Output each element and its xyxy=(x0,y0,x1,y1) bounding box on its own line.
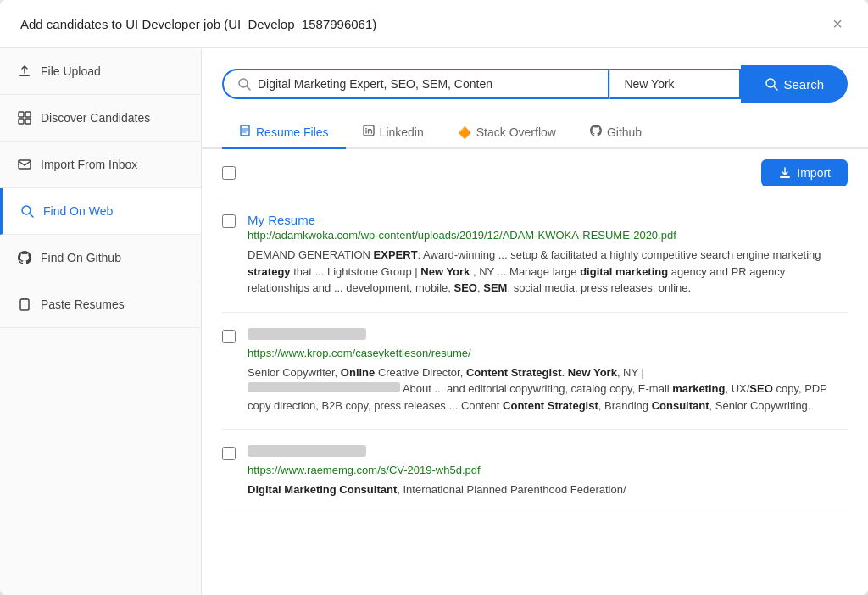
result-url-2[interactable]: https://www.krop.com/caseykettleson/resu… xyxy=(248,347,848,359)
result-desc-2: Senior Copywriter, Online Creative Direc… xyxy=(248,364,848,414)
clipboard-icon xyxy=(17,297,32,312)
sidebar-item-label: Discover Candidates xyxy=(41,111,150,125)
select-all-wrap xyxy=(222,166,236,180)
search-bar: Search xyxy=(202,48,868,116)
tab-stack-overflow[interactable]: 🔶Stack Overflow xyxy=(441,116,573,149)
result-item: https://www.krop.com/caseykettleson/resu… xyxy=(222,313,848,431)
search-icon xyxy=(237,77,251,91)
result-checkbox-2[interactable] xyxy=(222,330,236,343)
result-checkbox-3[interactable] xyxy=(222,447,236,460)
tab-label-linkedin: Linkedin xyxy=(380,125,424,139)
svg-point-19 xyxy=(365,128,367,130)
search-icon xyxy=(19,203,35,219)
tab-linkedin[interactable]: Linkedin xyxy=(346,116,441,149)
stack-overflow-tab-icon: 🔶 xyxy=(458,125,471,139)
svg-rect-5 xyxy=(19,160,31,169)
result-name-blurred-2 xyxy=(248,328,848,347)
sidebar-item-label: Find On Github xyxy=(41,251,121,264)
search-button-label: Search xyxy=(783,77,824,92)
resume-files-tab-icon xyxy=(239,125,251,139)
svg-rect-2 xyxy=(25,112,31,117)
github-tab-icon xyxy=(590,125,602,139)
sidebar-item-find-on-github[interactable]: Find On Github xyxy=(0,235,201,281)
sidebar-item-find-on-web[interactable]: Find On Web xyxy=(0,188,201,235)
grid-icon xyxy=(17,110,32,125)
modal: Add candidates to UI Developer job (UI_D… xyxy=(0,0,868,595)
svg-rect-3 xyxy=(19,119,24,124)
svg-rect-4 xyxy=(25,119,31,124)
import-bar: Import xyxy=(222,149,848,197)
result-checkbox-1[interactable] xyxy=(222,214,236,228)
results-area: Import My Resume http://adamkwoka.com/wp… xyxy=(202,149,868,595)
result-content-1: My Resume http://adamkwoka.com/wp-conten… xyxy=(248,213,848,297)
import-button-label: Import xyxy=(797,166,831,180)
search-input-wrap xyxy=(222,69,609,99)
result-content-2: https://www.krop.com/caseykettleson/resu… xyxy=(248,328,848,414)
tab-resume-files[interactable]: Resume Files xyxy=(222,116,346,149)
tab-label-stack-overflow: Stack Overflow xyxy=(476,125,556,139)
result-url-3[interactable]: https://www.raememg.com/s/CV-2019-wh5d.p… xyxy=(248,464,848,476)
modal-body: File UploadDiscover CandidatesImport Fro… xyxy=(0,48,868,595)
result-desc-1: DEMAND GENERATION EXPERT: Award-winning … xyxy=(248,247,848,297)
upload-icon xyxy=(17,64,32,79)
modal-title: Add candidates to UI Developer job (UI_D… xyxy=(20,17,376,31)
search-button[interactable]: Search xyxy=(741,65,848,103)
import-icon xyxy=(778,166,792,180)
search-icon-btn xyxy=(765,77,778,91)
tab-label-github: Github xyxy=(607,125,642,139)
select-all-checkbox[interactable] xyxy=(222,166,236,180)
result-name-blurred-3 xyxy=(248,445,848,464)
svg-line-7 xyxy=(30,214,33,217)
svg-rect-8 xyxy=(20,299,29,310)
sidebar-item-file-upload[interactable]: File Upload xyxy=(0,48,201,95)
mail-icon xyxy=(17,157,32,172)
sidebar-item-discover-candidates[interactable]: Discover Candidates xyxy=(0,95,201,142)
sidebar-item-label: Find On Web xyxy=(43,204,113,218)
sidebar-item-label: Import From Inbox xyxy=(41,158,137,171)
result-item: https://www.raememg.com/s/CV-2019-wh5d.p… xyxy=(222,430,848,514)
svg-line-10 xyxy=(247,86,250,90)
result-item: My Resume http://adamkwoka.com/wp-conten… xyxy=(222,197,848,313)
svg-rect-0 xyxy=(19,75,30,76)
github-icon xyxy=(17,250,32,265)
sidebar-item-import-from-inbox[interactable]: Import From Inbox xyxy=(0,142,201,188)
sidebar: File UploadDiscover CandidatesImport Fro… xyxy=(0,48,202,595)
search-input[interactable] xyxy=(258,77,594,91)
main-content: Search Resume FilesLinkedin🔶Stack Overfl… xyxy=(202,48,868,595)
close-button[interactable]: × xyxy=(827,14,848,34)
svg-line-12 xyxy=(774,86,777,90)
linkedin-tab-icon xyxy=(363,125,375,139)
location-input-wrap xyxy=(609,69,741,99)
result-content-3: https://www.raememg.com/s/CV-2019-wh5d.p… xyxy=(248,445,848,498)
sidebar-item-paste-resumes[interactable]: Paste Resumes xyxy=(0,281,201,328)
result-desc-3: Digital Marketing Consultant, Internatio… xyxy=(248,481,848,498)
result-name-1[interactable]: My Resume xyxy=(248,213,848,227)
tabs: Resume FilesLinkedin🔶Stack OverflowGithu… xyxy=(202,116,868,149)
result-url-1[interactable]: http://adamkwoka.com/wp-content/uploads/… xyxy=(248,229,848,242)
tab-github[interactable]: Github xyxy=(573,116,659,149)
sidebar-item-label: Paste Resumes xyxy=(41,298,125,311)
import-button[interactable]: Import xyxy=(761,159,848,186)
location-input[interactable] xyxy=(624,77,726,91)
sidebar-item-label: File Upload xyxy=(41,64,101,78)
modal-header: Add candidates to UI Developer job (UI_D… xyxy=(0,0,868,48)
tab-label-resume-files: Resume Files xyxy=(256,125,329,139)
svg-rect-1 xyxy=(19,112,24,117)
svg-rect-21 xyxy=(780,176,790,178)
